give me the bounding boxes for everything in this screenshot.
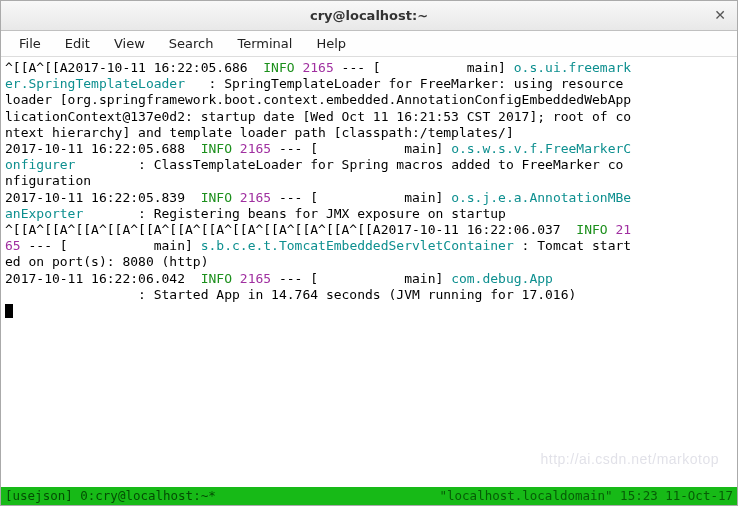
window-title: cry@localhost:~	[310, 8, 428, 23]
log-text: --- [ main]	[271, 141, 451, 156]
log-level: INFO	[201, 271, 232, 286]
log-text: --- [ main]	[334, 60, 514, 75]
terminal-window: cry@localhost:~ ✕ File Edit View Search …	[0, 0, 738, 506]
log-pid: 65	[5, 238, 21, 253]
log-pid: 21	[608, 222, 631, 237]
log-text: ^[[A^[[A2017-10-11 16:22:05.686	[5, 60, 263, 75]
log-logger: anExporter	[5, 206, 83, 221]
log-logger: s.b.c.e.t.TomcatEmbeddedServletContainer	[201, 238, 514, 253]
log-level: INFO	[576, 222, 607, 237]
log-text: 2017-10-11 16:22:05.839	[5, 190, 201, 205]
menu-search[interactable]: Search	[157, 33, 226, 54]
log-text: 2017-10-11 16:22:05.688	[5, 141, 201, 156]
log-text: : Registering beans for JMX exposure on …	[83, 206, 506, 221]
log-logger: onfigurer	[5, 157, 75, 172]
log-text: --- [ main]	[271, 271, 451, 286]
menu-terminal[interactable]: Terminal	[225, 33, 304, 54]
log-level: INFO	[201, 190, 232, 205]
log-level: INFO	[263, 60, 294, 75]
log-text: licationContext@137e0d2: startup date [W…	[5, 109, 631, 124]
log-text: --- [ main]	[271, 190, 451, 205]
log-logger: o.s.ui.freemark	[514, 60, 631, 75]
cursor-block	[5, 304, 13, 318]
log-level: INFO	[201, 141, 232, 156]
log-pid: 2165	[295, 60, 334, 75]
log-text: --- [ main]	[21, 238, 201, 253]
log-text: ntext hierarchy] and template loader pat…	[5, 125, 514, 140]
log-text: : Started App in 14.764 seconds (JVM run…	[5, 287, 576, 302]
log-pid: 2165	[232, 190, 271, 205]
log-logger: com.debug.App	[451, 271, 553, 286]
status-left: [usejson] 0:cry@localhost:~*	[5, 487, 216, 505]
menu-file[interactable]: File	[7, 33, 53, 54]
menu-edit[interactable]: Edit	[53, 33, 102, 54]
log-text: 2017-10-11 16:22:06.042	[5, 271, 201, 286]
log-logger: o.s.w.s.v.f.FreeMarkerC	[451, 141, 631, 156]
tmux-statusbar: [usejson] 0:cry@localhost:~* "localhost.…	[1, 487, 737, 505]
log-text: nfiguration	[5, 173, 91, 188]
watermark: http://ai.csdn.net/markotop	[541, 451, 719, 467]
log-text: : Tomcat start	[514, 238, 631, 253]
log-pid: 2165	[232, 271, 271, 286]
log-text: ^[[A^[[A^[[A^[[A^[[A^[[A^[[A^[[A^[[A^[[A…	[5, 222, 576, 237]
log-text: : SpringTemplateLoader for FreeMarker: u…	[185, 76, 631, 91]
log-logger: o.s.j.e.a.AnnotationMBe	[451, 190, 631, 205]
log-logger: er.SpringTemplateLoader	[5, 76, 185, 91]
menu-help[interactable]: Help	[304, 33, 358, 54]
titlebar[interactable]: cry@localhost:~ ✕	[1, 1, 737, 31]
log-pid: 2165	[232, 141, 271, 156]
log-text: loader [org.springframework.boot.context…	[5, 92, 631, 107]
close-icon[interactable]: ✕	[711, 6, 729, 24]
status-right: "localhost.localdomain" 15:23 11-Oct-17	[440, 487, 734, 505]
log-text: : ClassTemplateLoader for Spring macros …	[75, 157, 623, 172]
menubar: File Edit View Search Terminal Help	[1, 31, 737, 57]
log-text: ed on port(s): 8080 (http)	[5, 254, 209, 269]
menu-view[interactable]: View	[102, 33, 157, 54]
terminal-output[interactable]: ^[[A^[[A2017-10-11 16:22:05.686 INFO 216…	[1, 57, 737, 487]
